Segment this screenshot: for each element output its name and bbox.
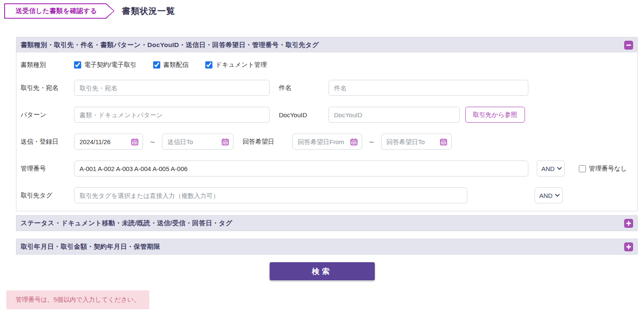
send-date-label: 送信・登録日: [21, 138, 74, 146]
calendar-icon[interactable]: [440, 138, 447, 145]
partner-label: 取引先・宛名: [21, 84, 74, 92]
reply-date-to-field[interactable]: [381, 134, 452, 150]
row-partner-tag: 取引先タグ AND: [21, 187, 633, 203]
plus-icon: [626, 221, 631, 226]
reply-date-to-input[interactable]: [382, 134, 440, 149]
docyouid-label: DocYouID: [279, 111, 329, 118]
no-admin-number-checkbox[interactable]: [579, 165, 586, 172]
status-panel: ステータス・ドキュメント移動・未読/既読・送信/受信・回答日・タグ: [16, 215, 638, 231]
minus-icon: [626, 45, 631, 46]
docyouid-input[interactable]: [329, 107, 460, 123]
search-button-row: 検索: [0, 262, 644, 280]
filter-panel-title: 書類種別・取引先・件名・書類パターン・DocYouID・送信日・回答希望日・管理…: [21, 41, 319, 50]
subject-input[interactable]: [329, 80, 528, 96]
reply-date-label: 回答希望日: [243, 138, 292, 146]
calendar-icon[interactable]: [350, 138, 358, 145]
filter-panel: 書類種別・取引先・件名・書類パターン・DocYouID・送信日・回答希望日・管理…: [16, 37, 638, 211]
trade-date-panel: 取引年月日・取引金額・契約年月日・保管期限: [16, 239, 638, 255]
error-message: 管理番号は、5個以内で入力してください。: [6, 290, 149, 309]
reply-date-from-field[interactable]: [292, 134, 362, 150]
partner-tag-input[interactable]: [74, 187, 467, 203]
plus-icon: [626, 245, 631, 249]
checkbox-no-admin-number[interactable]: 管理番号なし: [579, 165, 627, 173]
row-partner-subject: 取引先・宛名 件名: [21, 80, 633, 96]
pattern-input[interactable]: [74, 107, 270, 123]
breadcrumb-label: 送受信した書類を確認する: [16, 7, 97, 16]
status-panel-title: ステータス・ドキュメント移動・未読/既読・送信/受信・回答日・タグ: [21, 219, 232, 228]
doc-type-label: 書類種別: [21, 61, 74, 69]
expand-button[interactable]: [624, 242, 633, 251]
checkbox-econtract[interactable]: 電子契約/電子取引: [74, 61, 136, 69]
checkbox-doc-delivery[interactable]: 書類配信: [153, 61, 188, 69]
calendar-icon[interactable]: [222, 138, 229, 145]
send-date-to-field[interactable]: [162, 134, 233, 150]
row-doc-type: 書類種別 電子契約/電子取引 書類配信 ドキュメント管理: [21, 61, 633, 69]
partner-tag-operator: AND: [535, 187, 563, 203]
admin-number-operator: AND: [537, 161, 565, 176]
filter-panel-body: 書類種別 電子契約/電子取引 書類配信 ドキュメント管理 取引先・宛名 件名 パ…: [16, 53, 637, 211]
subject-label: 件名: [279, 84, 329, 92]
top-bar: 送受信した書類を確認する 書類状況一覧: [0, 0, 644, 18]
trade-date-panel-header[interactable]: 取引年月日・取引金額・契約年月日・保管期限: [16, 239, 637, 254]
pattern-label: パターン: [21, 111, 74, 119]
partner-input[interactable]: [74, 80, 270, 96]
row-pattern-docyouid: パターン DocYouID 取引先から参照: [21, 107, 633, 123]
admin-number-input[interactable]: [74, 161, 528, 176]
collapse-button[interactable]: [624, 41, 633, 50]
partner-tag-operator-select[interactable]: AND: [535, 187, 563, 203]
date-separator: ～: [149, 137, 156, 147]
filter-panel-header[interactable]: 書類種別・取引先・件名・書類パターン・DocYouID・送信日・回答希望日・管理…: [16, 37, 637, 53]
send-date-from-field[interactable]: [74, 134, 143, 150]
breadcrumb[interactable]: 送受信した書類を確認する: [4, 3, 114, 19]
row-admin-number: 管理番号 AND 管理番号なし: [21, 161, 633, 176]
doc-management-checkbox[interactable]: [205, 61, 212, 68]
send-date-to-input[interactable]: [162, 134, 222, 149]
send-date-from-input[interactable]: [74, 134, 131, 149]
partner-tag-label: 取引先タグ: [21, 192, 74, 200]
page-title: 書類状況一覧: [122, 5, 175, 17]
reply-date-from-input[interactable]: [293, 134, 350, 149]
row-dates: 送信・登録日 ～ 回答希望日 ～: [21, 134, 633, 150]
date-separator: ～: [368, 137, 375, 147]
doc-delivery-checkbox[interactable]: [153, 61, 160, 68]
admin-number-operator-select[interactable]: AND: [537, 161, 565, 176]
econtract-checkbox[interactable]: [74, 61, 81, 68]
calendar-icon[interactable]: [131, 138, 138, 145]
expand-button[interactable]: [624, 219, 633, 228]
admin-number-label: 管理番号: [21, 165, 74, 173]
checkbox-doc-management[interactable]: ドキュメント管理: [205, 61, 267, 69]
partner-reference-button[interactable]: 取引先から参照: [465, 107, 525, 123]
search-button[interactable]: 検索: [270, 262, 375, 280]
trade-date-panel-title: 取引年月日・取引金額・契約年月日・保管期限: [21, 242, 160, 251]
status-panel-header[interactable]: ステータス・ドキュメント移動・未読/既読・送信/受信・回答日・タグ: [16, 216, 637, 231]
